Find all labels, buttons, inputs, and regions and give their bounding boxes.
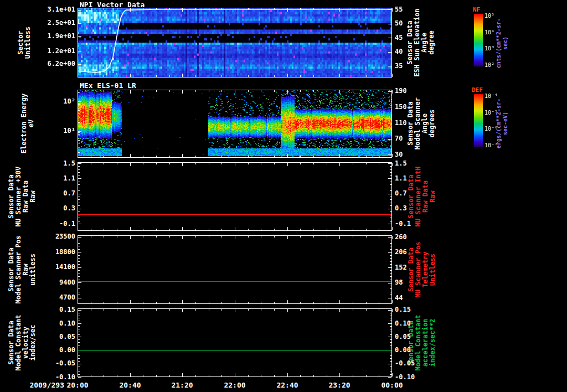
x-tick xyxy=(248,8,249,10)
y-minor-tick xyxy=(390,348,391,348)
x-tick xyxy=(130,8,131,12)
x-tick xyxy=(274,156,275,157)
y-minor-tick xyxy=(78,332,80,332)
y-tick xyxy=(78,298,81,298)
y-minor-tick xyxy=(78,152,80,153)
x-tick xyxy=(261,75,261,77)
x-tick xyxy=(366,8,367,10)
x-tick xyxy=(156,229,157,230)
x-tick xyxy=(392,373,393,376)
y-minor-tick xyxy=(78,369,80,369)
x-tick xyxy=(392,8,393,12)
x-tick xyxy=(117,375,117,376)
x-tick xyxy=(248,302,249,303)
x-tick xyxy=(195,75,196,77)
x-tick xyxy=(366,309,367,311)
x-tick xyxy=(313,375,314,376)
y-minor-tick xyxy=(390,274,391,274)
x-tick xyxy=(195,236,196,238)
y-minor-tick xyxy=(78,166,80,167)
x-tick xyxy=(169,236,170,238)
x-tick xyxy=(156,163,157,164)
x-tick xyxy=(392,227,393,230)
y-minor-tick xyxy=(390,367,391,367)
x-tick xyxy=(287,8,288,12)
x-tick xyxy=(104,229,104,230)
tick-label: 50 xyxy=(395,20,428,27)
x-tick xyxy=(143,75,143,77)
y-minor-tick xyxy=(390,313,391,313)
y-minor-tick xyxy=(390,295,391,295)
y-tick xyxy=(388,323,391,324)
x-tick xyxy=(261,302,261,303)
tick-label: 110 xyxy=(395,120,428,127)
x-tick xyxy=(169,309,170,311)
x-tick xyxy=(339,163,340,166)
x-tick xyxy=(169,163,170,164)
x-tick xyxy=(182,90,183,94)
x-tick xyxy=(313,236,314,238)
x-tick xyxy=(182,300,183,303)
x-tick xyxy=(287,227,288,230)
x-tick xyxy=(392,154,393,157)
y-minor-tick xyxy=(78,326,80,327)
y-tick xyxy=(78,64,81,65)
tick-label: 0.3 xyxy=(20,205,75,212)
x-tick xyxy=(91,302,91,303)
x-tick xyxy=(78,300,78,303)
x-tick xyxy=(248,236,249,238)
tick-label: -0.05 xyxy=(395,360,428,367)
y-tick xyxy=(388,154,391,155)
x-tick xyxy=(274,163,275,164)
x-tick xyxy=(353,156,353,157)
x-tick xyxy=(313,163,314,164)
x-tick xyxy=(366,229,367,230)
y-minor-tick xyxy=(78,136,80,136)
x-tick xyxy=(117,236,117,238)
x-tick xyxy=(130,74,131,77)
x-tick xyxy=(313,302,314,303)
x-tick xyxy=(300,90,301,92)
y-minor-tick xyxy=(390,318,391,318)
x-tick xyxy=(156,302,157,303)
colorbar-tick-label: 10³ xyxy=(484,45,494,51)
x-tick xyxy=(287,163,288,166)
y-minor-tick xyxy=(78,339,80,340)
tick-label: 55 xyxy=(395,6,428,13)
x-tick xyxy=(195,375,196,376)
x-tick xyxy=(366,163,367,164)
y-minor-tick xyxy=(390,288,391,289)
colorbar-tick-label: 10⁵ xyxy=(484,13,494,19)
y-minor-tick xyxy=(78,199,80,200)
x-tick xyxy=(248,309,249,311)
colorbar-tick-label: 10⁻⁷ xyxy=(484,142,498,148)
tick-label: 1.1 xyxy=(395,175,428,182)
x-tick xyxy=(195,90,196,92)
y-minor-tick xyxy=(78,288,80,289)
x-tick xyxy=(104,75,104,77)
tick-label: 0.10 xyxy=(395,320,428,327)
x-tick xyxy=(300,163,301,164)
x-tick xyxy=(339,227,340,230)
y-minor-tick xyxy=(390,255,391,256)
y-minor-tick xyxy=(390,270,391,271)
tick-label: 30 xyxy=(395,151,428,158)
y-tick xyxy=(78,337,81,337)
x-tick xyxy=(195,156,196,157)
y-minor-tick xyxy=(78,249,80,250)
x-tick xyxy=(327,90,327,92)
x-tick xyxy=(274,75,275,77)
x-tick xyxy=(235,163,235,166)
x-tick xyxy=(91,163,91,164)
x-tick xyxy=(104,236,104,238)
x-axis-label: 23:20 xyxy=(317,381,362,389)
y-minor-tick xyxy=(78,342,80,343)
y-minor-tick xyxy=(390,240,391,240)
x-tick xyxy=(221,75,222,77)
x-tick xyxy=(143,236,143,238)
y-minor-tick xyxy=(390,249,391,250)
y-tick xyxy=(388,267,391,268)
x-tick xyxy=(156,75,157,77)
x-tick xyxy=(287,300,288,303)
x-tick xyxy=(209,90,209,92)
